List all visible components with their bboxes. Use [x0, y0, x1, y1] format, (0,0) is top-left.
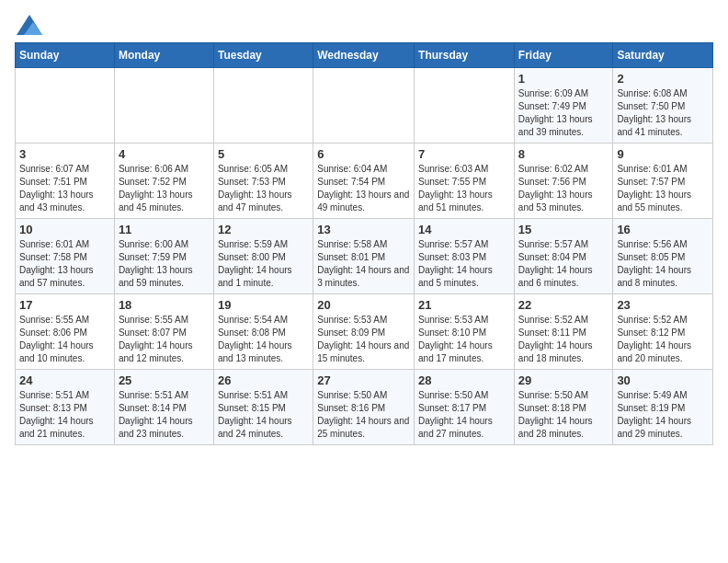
calendar-cell	[415, 68, 515, 144]
weekday-header-monday: Monday	[114, 43, 213, 68]
calendar-cell: 16Sunrise: 5:56 AMSunset: 8:05 PMDayligh…	[613, 219, 713, 294]
day-number: 10	[19, 223, 110, 236]
day-detail: Sunrise: 5:54 AMSunset: 8:08 PMDaylight:…	[218, 314, 309, 365]
calendar-cell: 18Sunrise: 5:55 AMSunset: 8:07 PMDayligh…	[114, 294, 213, 370]
calendar-cell: 9Sunrise: 6:01 AMSunset: 7:57 PMDaylight…	[613, 144, 713, 219]
calendar-cell: 11Sunrise: 6:00 AMSunset: 7:59 PMDayligh…	[114, 219, 213, 294]
weekday-header-wednesday: Wednesday	[313, 43, 415, 68]
day-detail: Sunrise: 6:01 AMSunset: 7:57 PMDaylight:…	[617, 163, 709, 214]
day-detail: Sunrise: 5:52 AMSunset: 8:11 PMDaylight:…	[518, 314, 609, 365]
calendar-cell	[114, 68, 213, 144]
day-detail: Sunrise: 6:08 AMSunset: 7:50 PMDaylight:…	[617, 87, 709, 139]
day-detail: Sunrise: 5:56 AMSunset: 8:05 PMDaylight:…	[617, 238, 709, 290]
day-number: 15	[518, 223, 609, 236]
day-number: 21	[418, 298, 510, 312]
page-header	[15, 15, 713, 31]
calendar-cell: 26Sunrise: 5:51 AMSunset: 8:15 PMDayligh…	[213, 370, 313, 445]
day-detail: Sunrise: 6:09 AMSunset: 7:49 PMDaylight:…	[518, 87, 609, 139]
day-number: 12	[218, 223, 309, 236]
day-number: 25	[119, 373, 210, 387]
day-detail: Sunrise: 6:06 AMSunset: 7:52 PMDaylight:…	[119, 163, 210, 214]
calendar-table: SundayMondayTuesdayWednesdayThursdayFrid…	[15, 42, 713, 445]
day-detail: Sunrise: 6:03 AMSunset: 7:55 PMDaylight:…	[418, 163, 510, 214]
calendar-cell: 22Sunrise: 5:52 AMSunset: 8:11 PMDayligh…	[514, 294, 613, 370]
day-number: 29	[518, 373, 609, 387]
day-number: 20	[317, 298, 410, 312]
day-number: 1	[518, 72, 609, 86]
calendar-cell: 7Sunrise: 6:03 AMSunset: 7:55 PMDaylight…	[415, 144, 515, 219]
day-number: 17	[19, 298, 110, 312]
calendar-cell: 1Sunrise: 6:09 AMSunset: 7:49 PMDaylight…	[514, 68, 613, 144]
day-detail: Sunrise: 6:05 AMSunset: 7:53 PMDaylight:…	[218, 163, 309, 214]
day-detail: Sunrise: 5:49 AMSunset: 8:19 PMDaylight:…	[617, 389, 709, 441]
calendar-cell: 21Sunrise: 5:53 AMSunset: 8:10 PMDayligh…	[415, 294, 515, 370]
day-number: 19	[218, 298, 309, 312]
calendar-week-3: 10Sunrise: 6:01 AMSunset: 7:58 PMDayligh…	[16, 219, 713, 294]
day-detail: Sunrise: 6:02 AMSunset: 7:56 PMDaylight:…	[518, 163, 609, 214]
calendar-cell: 25Sunrise: 5:51 AMSunset: 8:14 PMDayligh…	[114, 370, 213, 445]
calendar-cell: 6Sunrise: 6:04 AMSunset: 7:54 PMDaylight…	[313, 144, 415, 219]
weekday-header-sunday: Sunday	[16, 43, 115, 68]
day-detail: Sunrise: 5:57 AMSunset: 8:04 PMDaylight:…	[518, 238, 609, 290]
calendar-cell: 27Sunrise: 5:50 AMSunset: 8:16 PMDayligh…	[313, 370, 415, 445]
logo	[15, 15, 42, 31]
calendar-cell: 28Sunrise: 5:50 AMSunset: 8:17 PMDayligh…	[415, 370, 515, 445]
day-number: 26	[218, 373, 309, 387]
day-detail: Sunrise: 5:53 AMSunset: 8:10 PMDaylight:…	[418, 314, 510, 365]
day-number: 18	[119, 298, 210, 312]
day-detail: Sunrise: 6:00 AMSunset: 7:59 PMDaylight:…	[119, 238, 210, 290]
logo-text	[15, 15, 42, 35]
day-number: 2	[617, 72, 709, 86]
day-number: 22	[518, 298, 609, 312]
day-number: 7	[418, 147, 510, 161]
day-detail: Sunrise: 5:55 AMSunset: 8:07 PMDaylight:…	[119, 314, 210, 365]
day-number: 16	[617, 223, 709, 236]
day-detail: Sunrise: 6:01 AMSunset: 7:58 PMDaylight:…	[19, 238, 110, 290]
day-detail: Sunrise: 5:50 AMSunset: 8:18 PMDaylight:…	[518, 389, 609, 441]
calendar-cell: 29Sunrise: 5:50 AMSunset: 8:18 PMDayligh…	[514, 370, 613, 445]
calendar-cell: 23Sunrise: 5:52 AMSunset: 8:12 PMDayligh…	[613, 294, 713, 370]
calendar-week-1: 1Sunrise: 6:09 AMSunset: 7:49 PMDaylight…	[16, 68, 713, 144]
weekday-header-saturday: Saturday	[613, 43, 713, 68]
day-number: 13	[317, 223, 410, 236]
calendar-cell	[313, 68, 415, 144]
calendar-cell: 30Sunrise: 5:49 AMSunset: 8:19 PMDayligh…	[613, 370, 713, 445]
day-number: 5	[218, 147, 309, 161]
day-number: 14	[418, 223, 510, 236]
calendar-cell: 13Sunrise: 5:58 AMSunset: 8:01 PMDayligh…	[313, 219, 415, 294]
day-detail: Sunrise: 5:58 AMSunset: 8:01 PMDaylight:…	[317, 238, 410, 290]
calendar-body: 1Sunrise: 6:09 AMSunset: 7:49 PMDaylight…	[16, 68, 713, 445]
calendar-week-5: 24Sunrise: 5:51 AMSunset: 8:13 PMDayligh…	[16, 370, 713, 445]
calendar-cell	[16, 68, 115, 144]
calendar-cell: 14Sunrise: 5:57 AMSunset: 8:03 PMDayligh…	[415, 219, 515, 294]
day-detail: Sunrise: 5:51 AMSunset: 8:14 PMDaylight:…	[119, 389, 210, 441]
day-number: 27	[317, 373, 410, 387]
day-number: 4	[119, 147, 210, 161]
calendar-header: SundayMondayTuesdayWednesdayThursdayFrid…	[16, 43, 713, 68]
calendar-week-4: 17Sunrise: 5:55 AMSunset: 8:06 PMDayligh…	[16, 294, 713, 370]
calendar-cell: 4Sunrise: 6:06 AMSunset: 7:52 PMDaylight…	[114, 144, 213, 219]
calendar-cell: 15Sunrise: 5:57 AMSunset: 8:04 PMDayligh…	[514, 219, 613, 294]
calendar-cell: 3Sunrise: 6:07 AMSunset: 7:51 PMDaylight…	[16, 144, 115, 219]
calendar-cell: 10Sunrise: 6:01 AMSunset: 7:58 PMDayligh…	[16, 219, 115, 294]
logo-icon	[17, 15, 42, 35]
calendar-cell: 17Sunrise: 5:55 AMSunset: 8:06 PMDayligh…	[16, 294, 115, 370]
calendar-cell: 24Sunrise: 5:51 AMSunset: 8:13 PMDayligh…	[16, 370, 115, 445]
day-detail: Sunrise: 5:50 AMSunset: 8:17 PMDaylight:…	[418, 389, 510, 441]
day-number: 11	[119, 223, 210, 236]
calendar-cell: 5Sunrise: 6:05 AMSunset: 7:53 PMDaylight…	[213, 144, 313, 219]
day-detail: Sunrise: 5:50 AMSunset: 8:16 PMDaylight:…	[317, 389, 410, 441]
day-number: 23	[617, 298, 709, 312]
weekday-header-row: SundayMondayTuesdayWednesdayThursdayFrid…	[16, 43, 713, 68]
day-number: 3	[19, 147, 110, 161]
day-detail: Sunrise: 5:51 AMSunset: 8:13 PMDaylight:…	[19, 389, 110, 441]
day-number: 30	[617, 373, 709, 387]
calendar-cell: 20Sunrise: 5:53 AMSunset: 8:09 PMDayligh…	[313, 294, 415, 370]
day-number: 8	[518, 147, 609, 161]
calendar-cell: 8Sunrise: 6:02 AMSunset: 7:56 PMDaylight…	[514, 144, 613, 219]
day-detail: Sunrise: 5:59 AMSunset: 8:00 PMDaylight:…	[218, 238, 309, 290]
day-detail: Sunrise: 6:07 AMSunset: 7:51 PMDaylight:…	[19, 163, 110, 214]
weekday-header-tuesday: Tuesday	[213, 43, 313, 68]
day-detail: Sunrise: 5:52 AMSunset: 8:12 PMDaylight:…	[617, 314, 709, 365]
day-number: 28	[418, 373, 510, 387]
